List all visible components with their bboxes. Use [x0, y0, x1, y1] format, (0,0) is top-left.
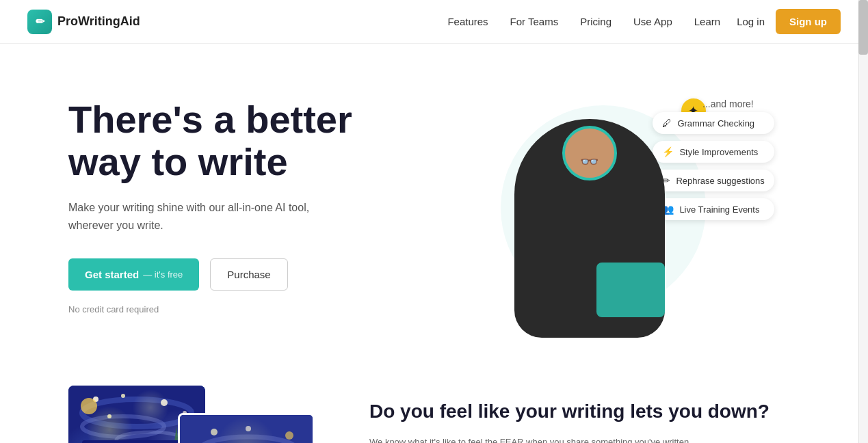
- section-bottom: My idea in my head Do you feel like your…: [0, 372, 868, 443]
- painting-front: [178, 413, 315, 443]
- person-glasses: 👓: [580, 153, 599, 171]
- hero-subtitle: Make your writing shine with our all-in-…: [68, 199, 328, 234]
- person-head: 👓: [562, 126, 617, 180]
- hero-section: There's a better way to write Make your …: [0, 44, 868, 372]
- bottom-image: My idea in my head: [68, 386, 315, 443]
- get-started-button[interactable]: Get started — it's free: [68, 258, 199, 291]
- svg-point-5: [121, 394, 125, 398]
- svg-point-6: [161, 399, 168, 406]
- svg-point-1: [82, 399, 192, 427]
- svg-rect-12: [180, 415, 315, 443]
- nav-features[interactable]: Features: [447, 16, 488, 27]
- pill-style-label: Style Improvements: [679, 147, 758, 157]
- svg-point-13: [200, 437, 296, 443]
- svg-point-3: [116, 432, 185, 443]
- hero-title-line2: way to write: [68, 140, 288, 183]
- pill-grammar-label: Grammar Checking: [677, 118, 754, 129]
- scrollbar-thumb[interactable]: [858, 0, 868, 55]
- more-label: ...and more!: [702, 98, 754, 109]
- nav-use-app[interactable]: Use App: [633, 16, 672, 27]
- pill-training: 👥 Live Training Events: [653, 198, 774, 220]
- pill-rephrase: ✏ Rephrase suggestions: [653, 170, 774, 191]
- nav-pricing[interactable]: Pricing: [580, 16, 611, 27]
- nav-learn[interactable]: Learn: [694, 16, 720, 27]
- svg-point-2: [82, 416, 164, 437]
- hero-title-line1: There's a better: [68, 98, 352, 141]
- purchase-button[interactable]: Purchase: [210, 258, 287, 291]
- free-label: — it's free: [143, 269, 183, 280]
- login-link[interactable]: Log in: [737, 16, 765, 27]
- hero-left: There's a better way to write Make your …: [68, 85, 434, 314]
- nav-links: Features For Teams Pricing Use App Learn: [447, 16, 720, 27]
- bottom-description: We know what it's like to feel the FEAR …: [369, 435, 698, 443]
- bottom-text: Do you feel like your writing lets you d…: [369, 386, 800, 443]
- logo-icon: ✏: [27, 10, 52, 34]
- laptop-teal-accent: [596, 263, 665, 317]
- svg-point-18: [285, 431, 293, 440]
- brand-logo[interactable]: ✏ ProWritingAid: [27, 10, 140, 34]
- no-credit-text: No credit card required: [68, 304, 434, 314]
- hero-illustration: ✦ ...and more! 🖊 Grammar Checking ⚡ Styl…: [473, 92, 761, 338]
- image-stack: My idea in my head: [68, 386, 315, 443]
- nav-right: Log in Sign up: [737, 9, 841, 34]
- hero-title: There's a better way to write: [68, 98, 434, 183]
- pill-style: ⚡ Style Improvements: [653, 141, 774, 163]
- pill-grammar: 🖊 Grammar Checking: [653, 112, 774, 134]
- feature-pills: 🖊 Grammar Checking ⚡ Style Improvements …: [653, 112, 774, 220]
- svg-point-16: [211, 429, 218, 435]
- nav-for-teams[interactable]: For Teams: [510, 16, 559, 27]
- pill-rephrase-label: Rephrase suggestions: [676, 176, 764, 186]
- hero-right: ✦ ...and more! 🖊 Grammar Checking ⚡ Styl…: [434, 85, 800, 345]
- get-started-label: Get started: [85, 269, 139, 280]
- hero-buttons: Get started — it's free Purchase: [68, 258, 434, 291]
- svg-point-4: [93, 397, 98, 402]
- scrollbar[interactable]: [858, 0, 868, 443]
- painting-front-svg: [180, 415, 315, 443]
- pill-training-label: Live Training Events: [679, 204, 759, 215]
- bottom-title: Do you feel like your writing lets you d…: [369, 399, 800, 424]
- svg-point-17: [246, 426, 251, 431]
- signup-button[interactable]: Sign up: [776, 9, 841, 34]
- svg-point-8: [107, 414, 111, 418]
- brand-name: ProWritingAid: [57, 14, 140, 29]
- svg-point-9: [81, 398, 97, 414]
- navbar: ✏ ProWritingAid Features For Teams Prici…: [0, 0, 868, 44]
